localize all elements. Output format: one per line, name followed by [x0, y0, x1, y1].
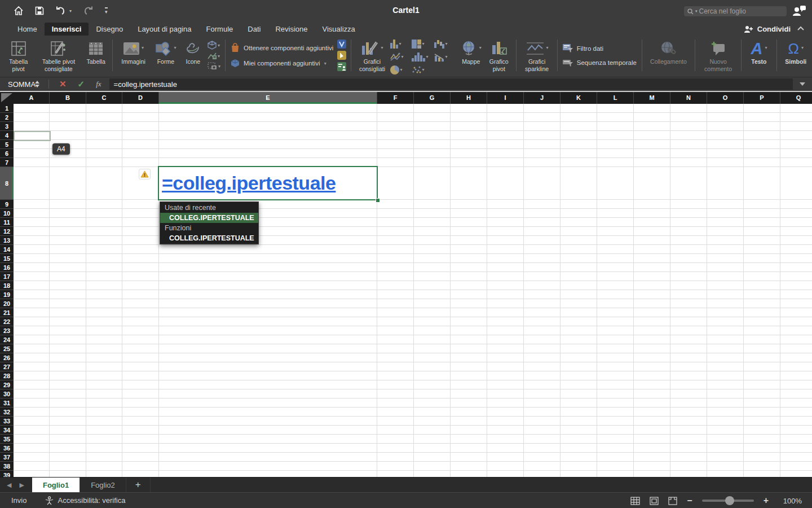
row-header-11[interactable]: 11 — [0, 218, 14, 227]
cell-O11[interactable] — [707, 218, 744, 227]
row-header-38[interactable]: 38 — [0, 462, 14, 471]
cell-F2[interactable] — [377, 113, 414, 122]
cell-B28[interactable] — [50, 371, 86, 380]
cell-L26[interactable] — [597, 353, 634, 362]
cell-K10[interactable] — [561, 209, 597, 218]
cell-D33[interactable] — [122, 417, 159, 426]
cell-N25[interactable] — [670, 344, 707, 353]
cell-J15[interactable] — [524, 254, 561, 263]
cell-M30[interactable] — [634, 389, 670, 398]
cell-I33[interactable] — [487, 417, 524, 426]
cell-D15[interactable] — [122, 254, 159, 263]
cell-L3[interactable] — [597, 122, 634, 131]
cell-N30[interactable] — [670, 389, 707, 398]
row-header-20[interactable]: 20 — [0, 299, 14, 308]
row-header-6[interactable]: 6 — [0, 149, 14, 158]
cell-M9[interactable] — [634, 200, 670, 209]
cell-K27[interactable] — [561, 362, 597, 371]
cell-H38[interactable] — [451, 462, 487, 471]
cell-K26[interactable] — [561, 353, 597, 362]
cell-J20[interactable] — [524, 299, 561, 308]
cell-J17[interactable] — [524, 272, 561, 281]
cell-Q36[interactable] — [780, 444, 812, 453]
cell-P6[interactable] — [744, 149, 780, 158]
cell-C34[interactable] — [86, 426, 122, 435]
cell-A18[interactable] — [14, 281, 50, 290]
cell-D37[interactable] — [122, 453, 159, 462]
cell-G39[interactable] — [414, 471, 451, 477]
cell-H36[interactable] — [451, 444, 487, 453]
cell-N38[interactable] — [670, 462, 707, 471]
cell-M37[interactable] — [634, 453, 670, 462]
cell-O31[interactable] — [707, 398, 744, 408]
ribbon-tab-disegno[interactable]: Disegno — [89, 23, 130, 36]
cell-H31[interactable] — [451, 398, 487, 408]
cell-F5[interactable] — [377, 140, 414, 149]
cell-L35[interactable] — [597, 435, 634, 444]
cell-C23[interactable] — [86, 326, 122, 335]
cell-L38[interactable] — [597, 462, 634, 471]
cell-L10[interactable] — [597, 209, 634, 218]
cell-L22[interactable] — [597, 317, 634, 326]
my-add-ins-button[interactable]: Miei componenti aggiuntivi ▾ — [231, 59, 333, 68]
cell-D25[interactable] — [122, 344, 159, 353]
cell-A3[interactable] — [14, 122, 50, 131]
cell-D31[interactable] — [122, 398, 159, 408]
cell-E15[interactable] — [159, 254, 377, 263]
cell-G35[interactable] — [414, 435, 451, 444]
cell-D26[interactable] — [122, 353, 159, 362]
cell-E4[interactable] — [159, 131, 377, 140]
cell-M7[interactable] — [634, 158, 670, 167]
cell-J37[interactable] — [524, 453, 561, 462]
cell-K18[interactable] — [561, 281, 597, 290]
cell-F35[interactable] — [377, 435, 414, 444]
cell-H26[interactable] — [451, 353, 487, 362]
cell-editor-e8[interactable]: =colleg.ipertestuale — [158, 166, 378, 200]
cell-M28[interactable] — [634, 371, 670, 380]
row-header-18[interactable]: 18 — [0, 281, 14, 290]
cell-Q1[interactable] — [780, 104, 812, 113]
cell-J9[interactable] — [524, 200, 561, 209]
cell-M14[interactable] — [634, 245, 670, 254]
column-header-A[interactable]: A — [14, 92, 50, 104]
cell-D14[interactable] — [122, 245, 159, 254]
cell-H33[interactable] — [451, 417, 487, 426]
shapes-button[interactable]: ▾ Forme — [151, 36, 180, 65]
cell-D38[interactable] — [122, 462, 159, 471]
pivot-table-button[interactable]: Tabella pivot — [2, 36, 34, 72]
cell-I2[interactable] — [487, 113, 524, 122]
cell-F22[interactable] — [377, 317, 414, 326]
row-header-13[interactable]: 13 — [0, 236, 14, 245]
row-header-10[interactable]: 10 — [0, 209, 14, 218]
cell-A11[interactable] — [14, 218, 50, 227]
cell-P28[interactable] — [744, 371, 780, 380]
cell-A15[interactable] — [14, 254, 50, 263]
cell-B8[interactable] — [50, 167, 86, 200]
row-header-12[interactable]: 12 — [0, 227, 14, 236]
cell-G30[interactable] — [414, 389, 451, 398]
cell-G28[interactable] — [414, 371, 451, 380]
cell-A22[interactable] — [14, 317, 50, 326]
cell-D9[interactable] — [122, 200, 159, 209]
cell-P11[interactable] — [744, 218, 780, 227]
cell-L31[interactable] — [597, 398, 634, 408]
cell-N21[interactable] — [670, 308, 707, 317]
cell-Q37[interactable] — [780, 453, 812, 462]
cell-K34[interactable] — [561, 426, 597, 435]
cell-I21[interactable] — [487, 308, 524, 317]
cell-O33[interactable] — [707, 417, 744, 426]
cell-F1[interactable] — [377, 104, 414, 113]
cell-J19[interactable] — [524, 290, 561, 299]
cell-K4[interactable] — [561, 131, 597, 140]
cell-H39[interactable] — [451, 471, 487, 477]
prev-sheet-icon[interactable]: ◀ — [7, 481, 11, 489]
cell-L7[interactable] — [597, 158, 634, 167]
cell-G1[interactable] — [414, 104, 451, 113]
cell-N39[interactable] — [670, 471, 707, 477]
cell-C36[interactable] — [86, 444, 122, 453]
cell-A27[interactable] — [14, 362, 50, 371]
cell-I39[interactable] — [487, 471, 524, 477]
cell-D21[interactable] — [122, 308, 159, 317]
cell-F23[interactable] — [377, 326, 414, 335]
cell-A12[interactable] — [14, 227, 50, 236]
